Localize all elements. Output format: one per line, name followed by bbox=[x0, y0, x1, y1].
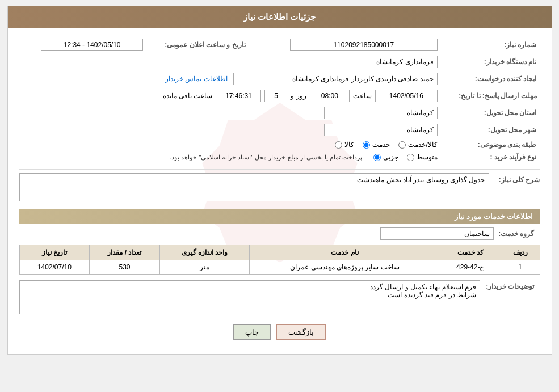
purchase-type-jozii-label: جزیی bbox=[383, 153, 398, 161]
col-header-service-code: کد خدمت bbox=[440, 245, 501, 260]
deadline-time-label: ساعت bbox=[353, 92, 372, 100]
deadline-days-label: روز و bbox=[291, 92, 306, 100]
buyer-org-label: نام دستگاه خریدار: bbox=[441, 53, 540, 70]
need-description-textarea[interactable] bbox=[19, 173, 489, 201]
city-input[interactable] bbox=[324, 124, 438, 136]
buyer-notes-label: توضیحات خریدار: bbox=[486, 280, 540, 290]
creator-label: ایجاد کننده درخواست: bbox=[441, 70, 540, 87]
back-button[interactable]: بازگشت bbox=[276, 324, 326, 340]
category-khadamat-label: خدمت bbox=[372, 141, 390, 149]
col-header-need-date: تاریخ نیاز bbox=[19, 245, 90, 260]
category-kala-label: کالا bbox=[344, 141, 354, 149]
purchase-type-note: پرداخت تمام یا بخشی از مبلغ خریداز محل "… bbox=[170, 154, 362, 161]
province-label: استان محل تحویل: bbox=[441, 104, 540, 121]
buyer-notes-textarea[interactable] bbox=[19, 280, 481, 314]
purchase-type-motavasset-radio[interactable] bbox=[407, 154, 414, 161]
deadline-time-input[interactable] bbox=[310, 90, 350, 102]
category-label: طبقه بندی موضوعی: bbox=[441, 138, 540, 151]
need-description-label: شرح کلی نیاز: bbox=[495, 173, 540, 184]
buyer-org-input[interactable] bbox=[188, 56, 438, 68]
col-header-service-name: نام خدمت bbox=[250, 245, 440, 260]
cell-row-num: 1 bbox=[501, 260, 540, 275]
col-header-quantity: تعداد / مقدار bbox=[90, 245, 160, 260]
services-section-title: اطلاعات خدمات مورد نیاز bbox=[19, 209, 540, 224]
need-number-label: شماره نیاز: bbox=[441, 36, 540, 53]
cell-service-name: ساخت سایر پروژه‌های مهندسی عمران bbox=[250, 260, 440, 275]
cell-service-code: ج-42-429 bbox=[440, 260, 501, 275]
group-value-input[interactable] bbox=[380, 227, 494, 240]
purchase-type-jozii-radio[interactable] bbox=[373, 154, 381, 161]
deadline-label: مهلت ارسال پاسخ: تا تاریخ: bbox=[441, 87, 540, 104]
cell-quantity: 530 bbox=[90, 260, 160, 275]
announce-datetime-input[interactable] bbox=[41, 39, 143, 51]
contact-info-link[interactable]: اطلاعات تماس خریدار bbox=[165, 75, 228, 83]
page-title: جزئیات اطلاعات نیاز bbox=[8, 6, 552, 28]
col-header-unit: واحد اندازه گیری bbox=[159, 245, 249, 260]
col-header-row-num: ردیف bbox=[501, 245, 540, 260]
purchase-type-label: نوع فرآیند خرید : bbox=[441, 151, 540, 163]
table-row: 1 ج-42-429 ساخت سایر پروژه‌های مهندسی عم… bbox=[19, 260, 540, 275]
announce-datetime-label: تاریخ و ساعت اعلان عمومی: bbox=[146, 36, 249, 53]
category-khadamat-radio[interactable] bbox=[363, 141, 370, 149]
category-kala-khadamat-label: کالا/خدمت bbox=[408, 141, 437, 149]
print-button[interactable]: چاپ bbox=[233, 324, 271, 340]
deadline-date-input[interactable] bbox=[375, 90, 438, 102]
group-label: گروه خدمت: bbox=[498, 230, 540, 238]
deadline-remaining-label: ساعت باقی مانده bbox=[163, 92, 213, 100]
need-number-input[interactable] bbox=[290, 39, 438, 51]
cell-need-date: 1402/07/10 bbox=[19, 260, 90, 275]
city-label: شهر محل تحویل: bbox=[441, 121, 540, 138]
category-kala-radio[interactable] bbox=[335, 141, 342, 149]
province-input[interactable] bbox=[324, 107, 438, 119]
deadline-remaining-input[interactable] bbox=[216, 90, 261, 102]
cell-unit: متر bbox=[159, 260, 249, 275]
category-kala-khadamat-radio[interactable] bbox=[398, 141, 406, 149]
deadline-days-input[interactable] bbox=[264, 90, 287, 102]
creator-input[interactable] bbox=[233, 73, 438, 85]
purchase-type-motavasset-label: متوسط bbox=[417, 153, 438, 161]
